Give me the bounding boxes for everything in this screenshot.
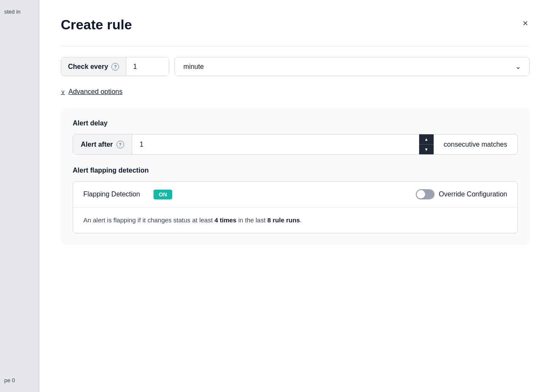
check-every-label: Check every ? <box>61 57 126 76</box>
flapping-on-badge[interactable]: ON <box>153 190 172 199</box>
alert-after-help-icon[interactable]: ? <box>116 141 124 148</box>
alert-delay-row: Alert after ? ▲ ▼ consecutive matches <box>73 134 518 155</box>
flapping-desc-middle: in the last <box>236 216 267 224</box>
flapping-desc-prefix: An alert is flapping if it changes statu… <box>83 216 215 224</box>
chevron-down-icon: ⌄ <box>515 62 521 71</box>
alert-after-input[interactable] <box>132 134 419 154</box>
alert-delay-title: Alert delay <box>73 119 518 127</box>
sidebar-top-text: sted in <box>4 9 20 15</box>
create-rule-modal: Create rule × Check every ? minute ⌄ ∨ A… <box>39 0 551 392</box>
check-every-input[interactable] <box>126 57 169 76</box>
minute-select[interactable]: minute ⌄ <box>174 57 530 76</box>
stepper-down-button[interactable]: ▼ <box>419 145 434 154</box>
close-button[interactable]: × <box>521 17 530 30</box>
flapping-times-value: 4 times <box>215 216 237 224</box>
flapping-desc-suffix: . <box>300 216 301 224</box>
flapping-top-row: Flapping Detection ON Override Configura… <box>73 182 517 207</box>
check-every-help-icon[interactable]: ? <box>111 63 119 71</box>
advanced-panel: Alert delay Alert after ? ▲ ▼ consecutiv… <box>61 108 530 245</box>
minute-select-value: minute <box>183 63 204 71</box>
toggle-knob <box>417 190 425 199</box>
header-divider <box>61 46 530 47</box>
override-toggle[interactable] <box>416 189 435 199</box>
flapping-rule-runs-value: 8 rule runs <box>267 216 300 224</box>
flapping-detection-label: Flapping Detection <box>83 190 140 198</box>
alert-after-text: Alert after <box>81 141 113 148</box>
modal-header: Create rule × <box>61 17 530 33</box>
consecutive-matches-label: consecutive matches <box>434 134 517 154</box>
sidebar-peek-top: sted in <box>0 0 39 23</box>
check-every-left-group: Check every ? <box>61 57 169 76</box>
check-every-row: Check every ? minute ⌄ <box>61 57 530 76</box>
sidebar-peek-bottom: pe 0 <box>0 369 39 392</box>
advanced-options-label: Advanced options <box>68 88 122 96</box>
sidebar-peek: sted in pe 0 <box>0 0 39 392</box>
modal-title: Create rule <box>61 17 132 33</box>
stepper-up-button[interactable]: ▲ <box>419 134 434 144</box>
check-every-text: Check every <box>68 63 108 71</box>
flapping-box: Flapping Detection ON Override Configura… <box>73 181 518 233</box>
sidebar-bottom-text: pe 0 <box>4 377 15 383</box>
flapping-section: Alert flapping detection Flapping Detect… <box>73 167 518 233</box>
chevron-icon: ∨ <box>61 88 65 95</box>
advanced-options-toggle[interactable]: ∨ Advanced options <box>61 88 530 96</box>
flapping-section-title: Alert flapping detection <box>73 167 518 174</box>
override-label: Override Configuration <box>439 190 507 198</box>
override-row: Override Configuration <box>416 189 507 199</box>
alert-after-label: Alert after ? <box>73 134 132 154</box>
flapping-description: An alert is flapping if it changes statu… <box>73 207 517 233</box>
stepper-control: ▲ ▼ <box>419 134 434 154</box>
